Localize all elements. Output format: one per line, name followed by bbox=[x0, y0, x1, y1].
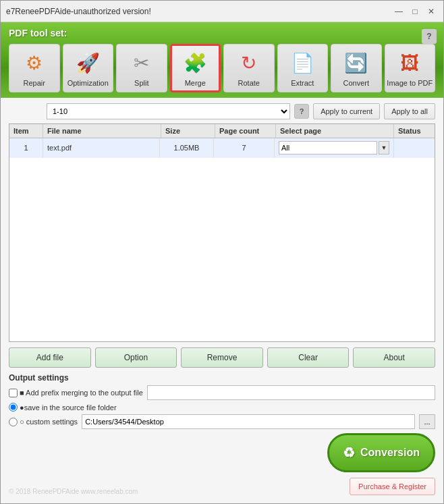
repair-label: Repair bbox=[24, 79, 45, 87]
table-header: Item File name Size Page count Select pa… bbox=[9, 124, 435, 138]
cell-item: 1 bbox=[9, 138, 43, 157]
custom-label: ○ custom settings bbox=[9, 418, 78, 426]
toolbar-wrapper: PDF tool set: ⚙ Repair 🚀 Optimization ✂ … bbox=[1, 22, 443, 98]
close-button[interactable]: ✕ bbox=[424, 5, 438, 18]
browse-button[interactable]: ... bbox=[419, 414, 435, 429]
split-icon: ✂ bbox=[128, 49, 155, 76]
title-bar: e7ReneePDFAide-unauthorized version! — □… bbox=[1, 1, 443, 22]
about-button[interactable]: About bbox=[353, 347, 435, 368]
col-size: Size bbox=[161, 124, 215, 138]
image-to-pdf-label: Image to PDF bbox=[387, 79, 433, 87]
conversion-label: Conversion bbox=[360, 447, 420, 459]
tool-extract[interactable]: 📄 Extract bbox=[277, 44, 329, 92]
prefix-text: ■ Add prefix merging to the output file bbox=[20, 389, 143, 397]
cell-filename: text.pdf bbox=[43, 138, 160, 157]
prefix-label: ■ Add prefix merging to the output file bbox=[9, 389, 143, 397]
rotate-label: Rotate bbox=[238, 79, 260, 87]
toolbar-area: PDF tool set: ⚙ Repair 🚀 Optimization ✂ … bbox=[1, 22, 443, 98]
conversion-button[interactable]: ♻ Conversion bbox=[327, 433, 435, 472]
save-text: ●save in the source file folder bbox=[20, 403, 117, 412]
split-label: Split bbox=[134, 79, 148, 87]
tool-optimization[interactable]: 🚀 Optimization bbox=[63, 44, 114, 92]
tool-merge[interactable]: 🧩 Merge bbox=[170, 44, 221, 92]
remove-button[interactable]: Remove bbox=[181, 347, 263, 368]
custom-row: ○ custom settings ... bbox=[9, 414, 435, 429]
custom-radio[interactable] bbox=[9, 418, 18, 426]
tool-repair[interactable]: ⚙ Repair bbox=[9, 44, 60, 92]
clear-button[interactable]: Clear bbox=[267, 347, 350, 368]
tool-image-to-pdf[interactable]: 🖼 Image to PDF bbox=[385, 44, 436, 92]
toolbar-icons: ⚙ Repair 🚀 Optimization ✂ Split 🧩 Merge … bbox=[9, 44, 435, 92]
col-pagecount: Page count bbox=[215, 124, 276, 138]
save-label: ●save in the source file folder bbox=[9, 403, 117, 412]
output-settings-title: Output settings bbox=[9, 373, 435, 383]
main-content: 1-10 ? Apply to current Apply to all Ite… bbox=[1, 98, 443, 503]
tool-convert[interactable]: 🔄 Convert bbox=[331, 44, 382, 92]
cell-status bbox=[394, 138, 435, 157]
prefix-row: ■ Add prefix merging to the output file bbox=[9, 385, 435, 400]
top-row: 1-10 ? Apply to current Apply to all bbox=[9, 103, 435, 119]
maximize-button[interactable]: □ bbox=[408, 5, 422, 18]
apply-all-button[interactable]: Apply to all bbox=[384, 103, 435, 119]
table-body: 1 text.pdf 1.05MB 7 ▼ bbox=[9, 138, 435, 341]
tool-rotate[interactable]: ↻ Rotate bbox=[223, 44, 275, 92]
col-filename: File name bbox=[43, 124, 161, 138]
save-row: ●save in the source file folder bbox=[9, 403, 435, 412]
action-buttons: Add file Option Remove Clear About bbox=[9, 347, 435, 368]
extract-label: Extract bbox=[291, 79, 314, 87]
file-table: Item File name Size Page count Select pa… bbox=[9, 123, 435, 342]
prefix-checkbox[interactable] bbox=[9, 389, 18, 397]
optimize-label: Optimization bbox=[67, 79, 109, 87]
main-window: e7ReneePDFAide-unauthorized version! — □… bbox=[0, 0, 444, 504]
convert-icon: 🔄 bbox=[343, 49, 370, 76]
convert-label: Convert bbox=[343, 79, 370, 87]
purchase-button[interactable]: Purchase & Register bbox=[350, 478, 435, 495]
table-row[interactable]: 1 text.pdf 1.05MB 7 ▼ bbox=[9, 138, 435, 158]
toolbar-label: PDF tool set: bbox=[9, 28, 435, 38]
custom-text: ○ custom settings bbox=[20, 418, 78, 426]
help-badge[interactable]: ? bbox=[422, 29, 437, 44]
cell-selectpage[interactable]: ▼ bbox=[275, 138, 394, 157]
merge-icon: 🧩 bbox=[182, 49, 209, 76]
merge-label: Merge bbox=[185, 79, 206, 87]
col-selectpage: Select page bbox=[276, 124, 394, 138]
help-small-icon[interactable]: ? bbox=[294, 104, 309, 119]
col-item: Item bbox=[9, 124, 43, 138]
cell-pagecount: 7 bbox=[214, 138, 275, 157]
minimize-button[interactable]: — bbox=[392, 5, 406, 18]
custom-path-input[interactable] bbox=[82, 414, 415, 429]
cell-size: 1.05MB bbox=[160, 138, 214, 157]
watermark: © 2018 ReneePDFAide www.reneelab.com bbox=[9, 488, 138, 495]
prefix-input[interactable] bbox=[147, 385, 435, 400]
optimize-icon: 🚀 bbox=[74, 49, 101, 76]
add-file-button[interactable]: Add file bbox=[9, 347, 91, 368]
select-page-input[interactable] bbox=[279, 141, 377, 155]
window-controls: — □ ✕ bbox=[392, 5, 438, 18]
col-status: Status bbox=[394, 124, 435, 138]
extract-icon: 📄 bbox=[289, 49, 316, 76]
repair-icon: ⚙ bbox=[21, 49, 48, 76]
save-radio[interactable] bbox=[9, 403, 18, 412]
apply-current-button[interactable]: Apply to current bbox=[313, 103, 380, 119]
rotate-icon: ↻ bbox=[235, 49, 262, 76]
tool-split[interactable]: ✂ Split bbox=[116, 44, 167, 92]
output-settings: Output settings ■ Add prefix merging to … bbox=[9, 373, 435, 498]
option-button[interactable]: Option bbox=[95, 347, 177, 368]
page-select[interactable]: 1-10 bbox=[47, 103, 290, 119]
window-title: e7ReneePDFAide-unauthorized version! bbox=[6, 7, 392, 16]
conversion-icon: ♻ bbox=[343, 445, 355, 461]
image-to-pdf-icon: 🖼 bbox=[396, 49, 423, 76]
select-page-dropdown-icon[interactable]: ▼ bbox=[379, 141, 389, 155]
